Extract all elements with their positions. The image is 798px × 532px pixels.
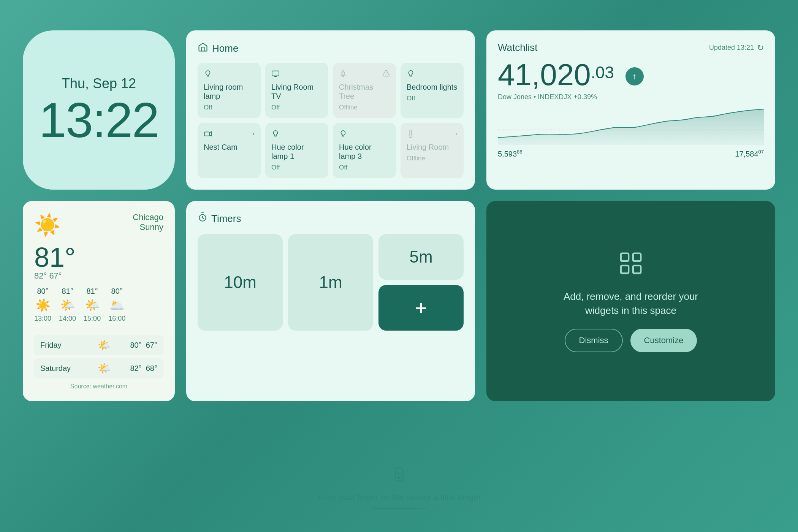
home-cell-tv[interactable]: Living Room TV Off xyxy=(265,63,328,118)
svg-point-2 xyxy=(386,75,386,75)
fingerprint-text: Keep your finger on the sensor a little … xyxy=(317,492,481,502)
home-widget: Home Living room lamp Off xyxy=(186,30,475,190)
cell-status: Offline xyxy=(407,155,458,162)
hourly-icon: 🌥️ xyxy=(109,298,125,312)
cell-label: Living room lamp xyxy=(204,82,255,101)
home-cell-christmas-tree[interactable]: Christmas Tree Offline xyxy=(333,63,396,118)
watchlist-bottom: 5,59386 17,58407 xyxy=(498,149,764,158)
svg-rect-7 xyxy=(633,253,641,261)
cell-status: Off xyxy=(339,164,390,171)
timer-5m[interactable]: 5m xyxy=(378,234,464,280)
hourly-time: 13:00 xyxy=(34,315,51,323)
hourly-icon: 🌤️ xyxy=(85,298,100,312)
watchlist-title: Watchlist xyxy=(498,42,538,54)
weather-condition: Sunny xyxy=(133,222,163,232)
cell-status: Off xyxy=(407,95,458,102)
hourly-icon: 🌤️ xyxy=(60,298,75,312)
daily-icon: 🌤️ xyxy=(98,339,111,352)
timer-10m[interactable]: 10m xyxy=(198,234,283,331)
cell-label: Hue color lamp 1 xyxy=(271,142,322,161)
timer-1m[interactable]: 1m xyxy=(288,234,373,331)
daily-icon: 🌤️ xyxy=(98,362,111,375)
cell-label: Living Room TV xyxy=(271,82,322,101)
weather-range: 82° 67° xyxy=(34,271,163,281)
cell-status: Off xyxy=(204,104,255,111)
timer-icon xyxy=(198,212,207,225)
fingerprint-bar xyxy=(372,508,426,509)
home-cell-hue3[interactable]: Hue color lamp 3 Off xyxy=(333,123,396,178)
watchlist-header: Watchlist Updated 13:21 ↻ xyxy=(498,42,764,54)
customize-button[interactable]: Customize xyxy=(630,329,697,352)
weather-source: Source: weather.com xyxy=(34,383,163,390)
home-cell-nest-cam[interactable]: › Nest Cam xyxy=(198,123,261,178)
timer-value: 10m xyxy=(224,273,256,292)
home-cell-bedroom-lights[interactable]: Bedroom lights Off xyxy=(401,63,464,118)
weather-temp: 81° xyxy=(34,244,163,271)
cell-label: Christmas Tree xyxy=(339,82,390,101)
home-cell-living-room-lamp[interactable]: Living room lamp Off xyxy=(198,63,261,118)
clock-time: 13:22 xyxy=(39,95,158,145)
watchlist-subtitle: Dow Jones • INDEXDJX +0.39% xyxy=(498,93,764,101)
customize-buttons: Dismiss Customize xyxy=(565,329,697,352)
arrow-icon: › xyxy=(455,130,458,138)
home-grid: Living room lamp Off Living Room TV Off xyxy=(198,63,464,178)
camera-icon xyxy=(204,130,212,139)
watchlist-updated: Updated 13:21 ↻ xyxy=(709,43,764,53)
weather-city: Chicago xyxy=(133,212,163,222)
cell-status: Off xyxy=(271,164,322,171)
home-header: Home xyxy=(198,42,464,55)
timers-header: Timers xyxy=(198,212,464,225)
home-icon xyxy=(198,42,208,55)
weather-widget: ☀️ Chicago Sunny 81° 82° 67° 80° ☀️ 13:0… xyxy=(23,201,175,401)
hourly-item-4: 80° 🌥️ 16:00 xyxy=(108,287,125,323)
hourly-item-2: 81° 🌤️ 14:00 xyxy=(59,287,76,323)
clock-widget: Thu, Sep 12 13:22 xyxy=(23,30,175,190)
home-cell-hue1[interactable]: Hue color lamp 1 Off xyxy=(265,123,328,178)
watchlist-val-left: 5,59386 xyxy=(498,149,522,158)
sun-icon: ☀️ xyxy=(34,212,61,238)
svg-rect-9 xyxy=(621,266,629,273)
daily-row-saturday: Saturday 🌤️ 82° 68° xyxy=(34,358,163,378)
lamp-icon xyxy=(271,130,280,139)
watchlist-price: 41,020 .03 xyxy=(498,60,614,90)
cell-label: Living Room xyxy=(407,142,458,152)
hourly-time: 14:00 xyxy=(59,315,76,323)
home-cell-living-room-offline[interactable]: › Living Room Offline xyxy=(401,123,464,178)
watchlist-chart xyxy=(498,107,764,145)
hourly-temp: 80° xyxy=(111,287,123,296)
timer-value: 1m xyxy=(319,273,342,292)
daily-forecast: Friday 🌤️ 80° 67° Saturday 🌤️ 82° 68° xyxy=(34,335,163,378)
add-timer-button[interactable]: + xyxy=(378,285,464,331)
timers-widget: Timers 10m 1m 5m + xyxy=(186,201,475,401)
daily-temps: 82° 68° xyxy=(130,364,157,373)
timers-title: Timers xyxy=(211,213,241,225)
hourly-time: 16:00 xyxy=(108,315,125,323)
svg-rect-0 xyxy=(272,71,279,76)
customize-widget: Add, remove, and reorder yourwidgets in … xyxy=(486,201,775,401)
refresh-icon[interactable]: ↻ xyxy=(757,43,764,53)
cell-status: Off xyxy=(271,104,322,111)
home-title: Home xyxy=(212,43,238,54)
fingerprint-section: Keep your finger on the sensor a little … xyxy=(317,465,481,509)
clock-date: Thu, Sep 12 xyxy=(62,76,136,92)
daily-temps: 80° 67° xyxy=(130,341,157,350)
hourly-item-3: 81° 🌤️ 15:00 xyxy=(84,287,101,323)
updated-text: Updated 13:21 xyxy=(709,44,754,52)
hourly-item-1: 80° ☀️ 13:00 xyxy=(34,287,51,323)
daily-day: Friday xyxy=(40,341,78,350)
price-main: 41,020 xyxy=(498,60,591,90)
dismiss-button[interactable]: Dismiss xyxy=(565,329,623,352)
light-icon xyxy=(407,70,415,79)
customize-description: Add, remove, and reorder yourwidgets in … xyxy=(564,290,698,317)
temp-icon xyxy=(407,130,415,139)
arrow-icon: › xyxy=(252,130,255,138)
timers-grid: 10m 1m 5m + xyxy=(198,234,464,331)
fingerprint-icon xyxy=(390,465,408,487)
svg-rect-3 xyxy=(204,132,210,136)
watchlist-up-button[interactable]: ↑ xyxy=(625,67,644,86)
cell-label: Nest Cam xyxy=(204,142,255,152)
warning-icon xyxy=(382,70,390,79)
svg-point-11 xyxy=(398,476,400,478)
hourly-temp: 81° xyxy=(62,287,73,296)
weather-location: Chicago Sunny xyxy=(133,212,163,232)
